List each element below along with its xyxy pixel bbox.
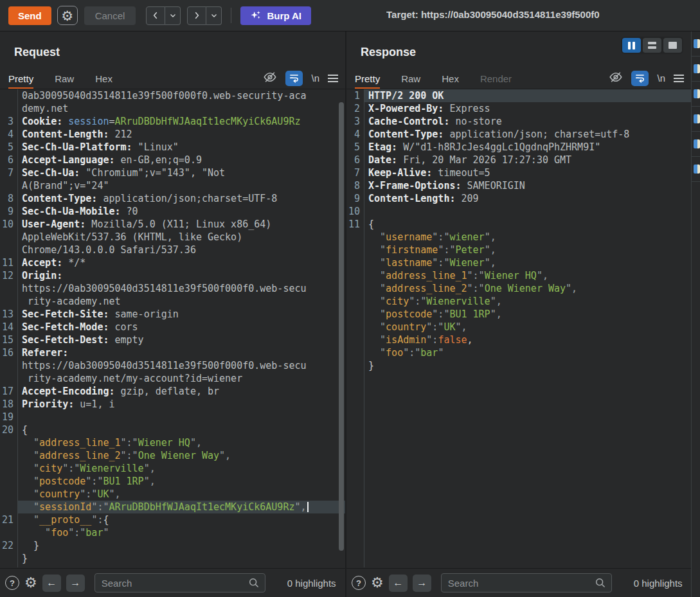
code-line[interactable]: 4Content-Length: 212 <box>0 128 345 141</box>
code-line[interactable]: 3Cache-Control: no-store <box>346 115 691 128</box>
code-line[interactable]: 2X-Powered-By: Express <box>346 102 691 115</box>
code-line[interactable]: "lastname":"Wiener", <box>346 256 691 269</box>
search-input[interactable] <box>102 578 248 589</box>
code-line[interactable]: 3Cookie: session=ARruDBDbHfWJAaqIt1ecMKy… <box>0 115 345 128</box>
code-line[interactable]: demy.net <box>0 102 345 115</box>
layout-rows-button[interactable] <box>643 38 661 53</box>
request-scrollbar[interactable] <box>339 102 344 551</box>
code-line[interactable]: 17Accept-Encoding: gzip, deflate, br <box>0 385 345 398</box>
code-line[interactable]: } <box>346 359 691 372</box>
code-line[interactable]: 7Keep-Alive: timeout=5 <box>346 166 691 179</box>
cancel-button[interactable]: Cancel <box>84 6 136 25</box>
code-line[interactable]: 0ab30095040d3514811e39f500f000f0.web-sec… <box>0 89 345 102</box>
request-settings-button[interactable]: ⚙ <box>57 6 78 25</box>
code-line[interactable]: 11{ <box>346 218 691 231</box>
inspector-collapsed-item[interactable] <box>692 82 700 107</box>
back-button[interactable] <box>146 6 165 25</box>
code-line[interactable]: 6Accept-Language: en-GB,en;q=0.9 <box>0 154 345 166</box>
inspector-collapsed-item[interactable] <box>692 157 700 182</box>
search-settings-button[interactable]: ⚙ <box>371 576 384 590</box>
hide-nonprintable-button[interactable] <box>263 70 277 86</box>
send-button[interactable]: Send <box>8 6 51 25</box>
tab-raw[interactable]: Raw <box>401 73 420 89</box>
code-line[interactable]: "address_line_2":"One Wiener Way", <box>346 282 691 295</box>
code-line[interactable]: 15Sec-Fetch-Dest: empty <box>0 334 345 346</box>
code-line[interactable]: 8X-Frame-Options: SAMEORIGIN <box>346 179 691 192</box>
layout-single-button[interactable] <box>663 38 682 53</box>
code-line[interactable]: AppleWebKit/537.36 (KHTML, like Gecko) <box>0 231 345 244</box>
tab-render[interactable]: Render <box>480 73 512 89</box>
previous-match-button[interactable]: ← <box>42 575 61 592</box>
code-line[interactable]: 10User-Agent: Mozilla/5.0 (X11; Linux x8… <box>0 218 345 231</box>
code-line[interactable]: 10 <box>346 205 691 218</box>
newline-toggle-button[interactable]: \n <box>657 73 665 84</box>
code-line[interactable]: "firstname":"Peter", <box>346 244 691 256</box>
code-line[interactable]: rity-academy.net/my-account?id=wiener <box>0 372 345 385</box>
newline-toggle-button[interactable]: \n <box>311 73 319 84</box>
code-line[interactable]: Chrome/143.0.0.0 Safari/537.36 <box>0 244 345 256</box>
next-match-button[interactable]: → <box>66 575 85 592</box>
tab-pretty[interactable]: Pretty <box>355 73 380 89</box>
tab-raw[interactable]: Raw <box>55 73 74 89</box>
request-editor[interactable]: 0ab30095040d3514811e39f500f000f0.web-sec… <box>0 89 345 567</box>
code-line[interactable]: "foo":"bar" <box>346 346 691 359</box>
layout-columns-button[interactable] <box>622 38 641 53</box>
code-line[interactable]: 1HTTP/2 200 OK <box>346 89 691 102</box>
code-line[interactable]: "country":"UK", <box>0 488 345 501</box>
inspector-collapsed-item[interactable] <box>692 31 700 57</box>
editor-menu-button[interactable] <box>328 75 338 82</box>
code-line[interactable]: 20{ <box>0 423 345 436</box>
code-line[interactable]: https://0ab30095040d3514811e39f500f000f0… <box>0 359 345 372</box>
burp-ai-button[interactable]: Burp AI <box>240 6 311 25</box>
forward-history-dropdown[interactable] <box>206 6 222 25</box>
help-icon[interactable]: ? <box>5 576 19 590</box>
code-line[interactable]: "username":"wiener", <box>346 231 691 244</box>
code-line[interactable]: A(Brand";v="24" <box>0 179 345 192</box>
code-line[interactable]: 8Content-Type: application/json;charset=… <box>0 192 345 205</box>
code-line[interactable]: "address_line_1":"Wiener HQ", <box>0 436 345 449</box>
tab-hex[interactable]: Hex <box>95 73 112 89</box>
help-icon[interactable]: ? <box>352 576 366 590</box>
tab-hex[interactable]: Hex <box>442 73 459 89</box>
code-line[interactable]: 12Origin: <box>0 269 345 282</box>
word-wrap-toggle-button[interactable] <box>631 71 649 86</box>
code-line[interactable]: 4Content-Type: application/json; charset… <box>346 128 691 141</box>
code-line[interactable]: "country":"UK", <box>346 321 691 334</box>
code-line[interactable]: "address_line_2":"One Wiener Way", <box>0 449 345 462</box>
forward-button[interactable] <box>187 6 206 25</box>
code-line[interactable]: "city":"Wienerville", <box>0 462 345 475</box>
code-line[interactable]: 9Content-Length: 209 <box>346 192 691 205</box>
code-line[interactable]: 5Sec-Ch-Ua-Platform: "Linux" <box>0 141 345 154</box>
code-line[interactable]: 6Date: Fri, 20 Mar 2026 17:27:30 GMT <box>346 154 691 166</box>
search-input[interactable] <box>448 578 595 589</box>
code-line[interactable]: 22 } <box>0 539 345 552</box>
code-line[interactable]: "sessionId":"ARruDBDbHfWJAaqIt1ecMKyiCk6… <box>0 501 345 513</box>
code-line[interactable]: "address_line_1":"Wiener HQ", <box>346 269 691 282</box>
code-line[interactable]: 14Sec-Fetch-Mode: cors <box>0 321 345 334</box>
code-line[interactable]: 7Sec-Ch-Ua: "Chromium";v="143", "Not <box>0 166 345 179</box>
previous-match-button[interactable]: ← <box>389 575 408 592</box>
code-line[interactable]: 19 <box>0 411 345 423</box>
code-line[interactable]: https://0ab30095040d3514811e39f500f000f0… <box>0 282 345 295</box>
code-line[interactable]: "foo":"bar" <box>0 526 345 539</box>
tab-pretty[interactable]: Pretty <box>8 73 33 89</box>
response-editor[interactable]: 1HTTP/2 200 OK2X-Powered-By: Express3Cac… <box>346 89 691 567</box>
code-line[interactable]: 11Accept: */* <box>0 256 345 269</box>
code-line[interactable]: 13Sec-Fetch-Site: same-origin <box>0 308 345 321</box>
next-match-button[interactable]: → <box>413 575 431 592</box>
search-settings-button[interactable]: ⚙ <box>24 576 37 590</box>
inspector-collapsed-item[interactable] <box>692 132 700 157</box>
editor-menu-button[interactable] <box>674 75 684 82</box>
code-line[interactable]: 21 "__proto__":{ <box>0 513 345 526</box>
code-line[interactable]: "city":"Wienerville", <box>346 295 691 308</box>
code-line[interactable]: 16Referer: <box>0 346 345 359</box>
inspector-collapsed-strip[interactable] <box>691 31 700 597</box>
back-history-dropdown[interactable] <box>165 6 181 25</box>
code-line[interactable]: } <box>0 552 345 565</box>
code-line[interactable]: "isAdmin":false, <box>346 334 691 346</box>
code-line[interactable]: "postcode":"BU1 1RP", <box>0 475 345 488</box>
inspector-collapsed-item[interactable] <box>692 107 700 132</box>
word-wrap-toggle-button[interactable] <box>285 71 303 86</box>
code-line[interactable]: rity-academy.net <box>0 295 345 308</box>
hide-nonprintable-button[interactable] <box>609 70 623 86</box>
